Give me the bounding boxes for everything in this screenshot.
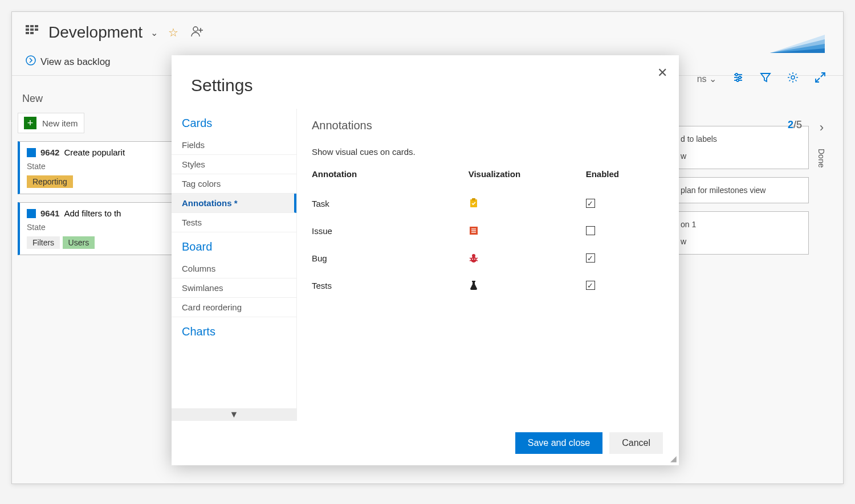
svg-line-33 — [470, 260, 471, 261]
settings-dialog: ✕ Settings Cards Fields Styles Tag color… — [172, 55, 679, 465]
gear-icon[interactable] — [787, 72, 799, 85]
col-enabled-header: Enabled — [586, 169, 664, 181]
toolbar-dropdown[interactable]: ns ⌄ — [697, 73, 716, 84]
work-item-id: 9642 — [40, 147, 59, 157]
task-clipboard-icon — [469, 198, 586, 208]
chevron-right-icon[interactable]: › — [820, 120, 824, 135]
arrow-right-circle-icon — [26, 55, 36, 68]
issue-list-icon — [469, 226, 586, 236]
svg-rect-6 — [26, 32, 29, 34]
bug-icon — [469, 253, 586, 263]
new-item-button[interactable]: + New item — [18, 113, 84, 133]
col-annotation-header: Annotation — [312, 169, 469, 181]
annotation-row-name: Issue — [312, 226, 469, 236]
svg-rect-1 — [30, 25, 34, 27]
sidenav-item-columns[interactable]: Columns — [172, 259, 296, 278]
work-item-type-icon — [27, 148, 36, 157]
annotation-row-name: Tests — [312, 281, 469, 290]
work-item-card[interactable]: plan for milestones view — [672, 177, 809, 203]
sidenav-item-styles[interactable]: Styles — [172, 155, 296, 174]
board-grid-icon — [26, 25, 40, 40]
svg-point-8 — [193, 27, 198, 31]
sidenav-item-fields[interactable]: Fields — [172, 136, 296, 155]
enabled-checkbox-issue[interactable] — [586, 226, 595, 235]
save-and-close-button[interactable]: Save and close — [515, 432, 602, 454]
dialog-title: Settings — [172, 55, 679, 109]
sidenav-scroll-down[interactable]: ▼ — [172, 408, 296, 421]
enabled-checkbox-task[interactable] — [586, 199, 595, 208]
enabled-checkbox-tests[interactable] — [586, 281, 595, 290]
col-visualization-header: Visualization — [469, 169, 586, 181]
state-label: State — [27, 223, 46, 232]
sidenav-item-annotations[interactable]: Annotations * — [172, 194, 296, 213]
plus-icon: + — [24, 117, 36, 129]
panel-heading: Annotations — [312, 119, 664, 132]
close-icon[interactable]: ✕ — [657, 65, 667, 80]
annotation-row-name: Task — [312, 199, 469, 208]
tag-users: Users — [63, 236, 95, 249]
sidenav-section-board: Board — [172, 232, 296, 259]
svg-point-21 — [736, 79, 739, 81]
fullscreen-icon[interactable] — [815, 72, 826, 85]
svg-point-36 — [474, 259, 475, 260]
annotation-row-name: Bug — [312, 253, 469, 263]
favorite-star-icon[interactable]: ☆ — [168, 26, 178, 39]
svg-line-32 — [476, 258, 478, 259]
svg-rect-2 — [35, 25, 38, 27]
state-label: State — [27, 162, 46, 171]
resize-handle-icon[interactable]: ◢ — [670, 454, 677, 463]
work-item-card[interactable]: d to labels w — [672, 126, 809, 169]
sidenav-item-swimlanes[interactable]: Swimlanes — [172, 278, 296, 298]
panel-description: Show visual cues on cards. — [312, 147, 664, 157]
svg-point-17 — [735, 73, 738, 76]
filter-funnel-icon[interactable] — [760, 72, 771, 85]
svg-line-34 — [476, 260, 478, 261]
work-item-card[interactable]: on 1 w — [672, 211, 809, 255]
sidenav-item-tests[interactable]: Tests — [172, 213, 296, 232]
settings-sidenav: Cards Fields Styles Tag colors Annotatio… — [172, 109, 297, 421]
sidenav-item-tag-colors[interactable]: Tag colors — [172, 174, 296, 194]
svg-rect-5 — [35, 28, 38, 31]
svg-point-15 — [26, 56, 35, 65]
svg-rect-24 — [472, 198, 475, 200]
work-item-title: Add filters to th — [64, 208, 121, 218]
sliders-icon[interactable] — [732, 72, 744, 85]
board-title[interactable]: Development — [48, 23, 142, 42]
svg-rect-7 — [30, 32, 34, 34]
tests-flask-icon — [469, 280, 586, 290]
view-as-backlog-link[interactable]: View as backlog — [26, 55, 111, 68]
work-item-type-icon — [27, 209, 36, 218]
cumulative-flow-sparkline[interactable] — [770, 30, 825, 55]
cancel-button[interactable]: Cancel — [609, 432, 663, 454]
svg-point-19 — [739, 76, 741, 79]
sidenav-section-cards: Cards — [172, 109, 296, 136]
svg-rect-37 — [472, 281, 475, 282]
svg-point-35 — [472, 259, 473, 260]
tag-reporting: Reporting — [27, 175, 73, 188]
done-column-collapsed[interactable]: Done — [817, 149, 826, 167]
svg-rect-0 — [26, 25, 29, 27]
svg-line-31 — [470, 258, 471, 259]
work-item-id: 9641 — [40, 208, 59, 218]
svg-rect-4 — [30, 28, 34, 31]
tag-filters: Filters — [27, 236, 60, 249]
sidenav-item-card-reordering[interactable]: Card reordering — [172, 298, 296, 317]
chevron-down-icon[interactable]: ⌄ — [150, 27, 158, 38]
enabled-checkbox-bug[interactable] — [586, 253, 595, 263]
work-item-title: Create popularit — [64, 147, 125, 157]
sidenav-section-charts: Charts — [172, 317, 296, 344]
svg-point-22 — [791, 76, 795, 79]
svg-rect-3 — [26, 28, 29, 31]
team-members-icon[interactable] — [191, 26, 203, 40]
svg-point-30 — [471, 257, 477, 263]
column-counter: 2/5 — [788, 119, 802, 131]
